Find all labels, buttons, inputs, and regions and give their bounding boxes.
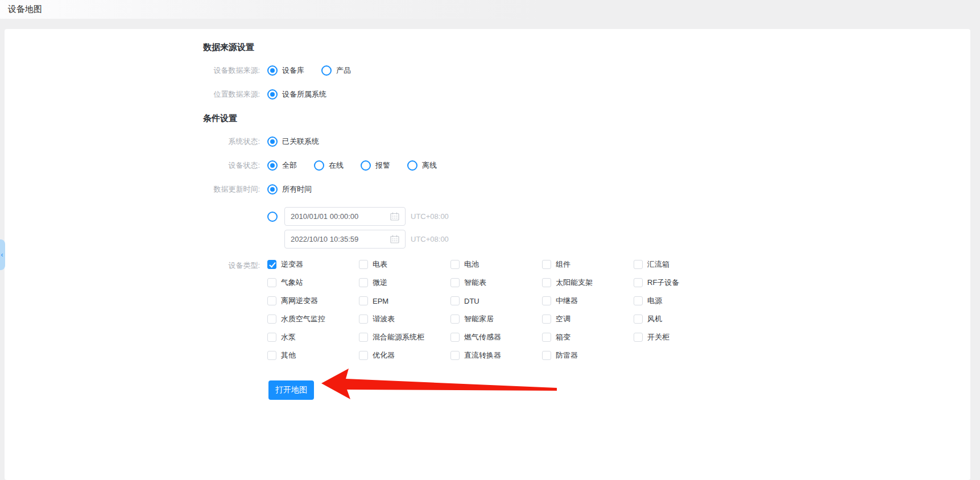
device-status-row: 设备状态: 全部 在线 报警 [5,159,970,172]
checkbox-option-label: 中继器 [556,296,578,306]
device-source-row: 设备数据来源: 设备库 产品 [5,64,970,77]
checkbox-icon [267,333,276,342]
checkbox-option-label: EPM [373,297,388,305]
checkbox-icon [450,351,460,360]
update-time-label: 数据更新时间: [5,184,260,195]
device-type-checkbox-option[interactable]: 空调 [542,313,634,325]
device-type-checkbox-option[interactable]: 开关柜 [634,331,725,344]
checkbox-option-label: 组件 [556,259,570,270]
checkbox-option-label: 汇流箱 [647,259,669,270]
checkbox-icon [359,260,368,269]
device-type-checkbox-option[interactable]: 防雷器 [542,349,634,362]
device-status-options: 全部 在线 报警 离线 [267,160,437,171]
system-status-row: 系统状态: 已关联系统 [5,135,970,148]
checkbox-option-label: 优化器 [373,350,395,361]
location-source-label: 位置数据来源: [5,89,260,100]
system-status-radio-option[interactable]: 已关联系统 [267,136,319,147]
checkbox-icon [542,351,551,360]
device-type-checkbox-option[interactable]: 逆变器 [267,258,359,271]
checkbox-option-label: 电池 [464,259,479,270]
checkbox-option-label: 风机 [647,314,662,324]
device-status-radio-option[interactable]: 全部 [267,160,297,171]
radio-option-label: 报警 [375,160,390,171]
radio-icon [267,136,278,147]
checkbox-icon [359,333,368,342]
checkbox-icon [542,333,551,342]
device-type-checkbox-option[interactable]: 微逆 [359,276,450,289]
section-title-data-source: 数据来源设置 [203,41,970,53]
custom-range-radio[interactable] [267,212,278,222]
checkbox-icon [267,315,276,324]
radio-option-label: 离线 [422,160,437,171]
device-type-checkbox-option[interactable]: 直流转换器 [450,349,542,362]
device-type-checkbox-option[interactable]: 电表 [359,258,450,271]
checkbox-option-label: DTU [464,297,479,305]
device-type-checkbox-option[interactable]: 混合能源系统柜 [359,331,450,344]
checkbox-icon [267,351,276,360]
checkbox-icon [542,315,551,324]
device-type-checkbox-option[interactable]: 太阳能支架 [542,276,634,289]
device-type-checkbox-option[interactable]: 电源 [634,295,725,307]
device-type-checkbox-option[interactable]: 智能家居 [450,313,542,325]
device-status-radio-option[interactable]: 报警 [361,160,390,171]
radio-option-label: 全部 [282,160,297,171]
checkbox-option-label: 太阳能支架 [556,278,593,288]
checkbox-option-label: 智能家居 [464,314,494,324]
checkbox-icon [634,315,643,324]
device-status-radio-option[interactable]: 离线 [407,160,437,171]
device-type-checkbox-option[interactable]: 组件 [542,258,634,271]
checkbox-icon [634,296,643,305]
device-source-radio-option[interactable]: 设备库 [267,65,304,76]
checkbox-icon [542,278,551,287]
device-type-checkbox-option[interactable]: 智能表 [450,276,542,289]
checkbox-option-label: 离网逆变器 [281,296,318,306]
radio-icon [267,89,278,100]
radio-option-label: 设备所属系统 [282,89,326,100]
device-type-checkbox-option[interactable]: 离网逆变器 [267,295,359,307]
start-timezone-label: UTC+08:00 [411,212,449,221]
page-header: 设备地图 [0,0,980,19]
device-status-radio-option[interactable]: 在线 [314,160,344,171]
checkbox-icon [634,260,643,269]
device-type-checkbox-option[interactable]: 燃气传感器 [450,331,542,344]
radio-icon [321,65,332,76]
radio-icon [267,184,278,195]
panel-collapse-handle[interactable]: ‹ [0,239,5,270]
checkbox-icon [359,296,368,305]
device-type-checkbox-option[interactable]: 箱变 [542,331,634,344]
device-type-checkbox-option[interactable]: RF子设备 [634,276,725,289]
device-type-checkbox-option[interactable]: DTU [450,295,542,307]
device-source-radio-option[interactable]: 产品 [321,65,351,76]
checkbox-icon [542,260,551,269]
device-type-checkbox-option[interactable]: EPM [359,295,450,307]
end-date-input[interactable]: 2022/10/10 10:35:59 [284,230,406,249]
location-source-options: 设备所属系统 [267,89,326,100]
checkbox-icon [634,333,643,342]
settings-panel: 数据来源设置 设备数据来源: 设备库 产品 位置数据来源: [5,29,970,480]
device-type-grid: 逆变器 电表 电池 组件 [267,258,725,362]
device-type-row: 设备类型: 逆变器 电表 电池 [5,258,970,362]
device-type-checkbox-option[interactable]: 水泵 [267,331,359,344]
update-time-radio-option[interactable]: 所有时间 [267,184,312,195]
location-source-radio-option[interactable]: 设备所属系统 [267,89,326,100]
checkbox-icon [450,333,460,342]
checkbox-option-label: 电源 [647,296,662,306]
device-type-checkbox-option[interactable]: 水质空气监控 [267,313,359,325]
device-type-checkbox-option[interactable]: 汇流箱 [634,258,725,271]
device-type-checkbox-option[interactable]: 优化器 [359,349,450,362]
custom-time-range-row: 2010/01/01 00:00:00 UTC+08:00 [5,207,970,249]
radio-option-label: 在线 [329,160,344,171]
device-type-checkbox-option[interactable]: 中继器 [542,295,634,307]
open-map-button[interactable]: 打开地图 [268,380,314,400]
checkbox-option-label: 空调 [556,314,570,324]
device-type-checkbox-option[interactable]: 其他 [267,349,359,362]
device-type-checkbox-option[interactable]: 气象站 [267,276,359,289]
device-type-checkbox-option[interactable]: 电池 [450,258,542,271]
start-date-input[interactable]: 2010/01/01 00:00:00 [284,207,406,226]
checkbox-icon [450,315,460,324]
device-status-label: 设备状态: [5,160,260,171]
calendar-icon [390,235,399,243]
checkbox-option-label: 水泵 [281,332,296,342]
device-type-checkbox-option[interactable]: 风机 [634,313,725,325]
device-type-checkbox-option[interactable]: 谐波表 [359,313,450,325]
